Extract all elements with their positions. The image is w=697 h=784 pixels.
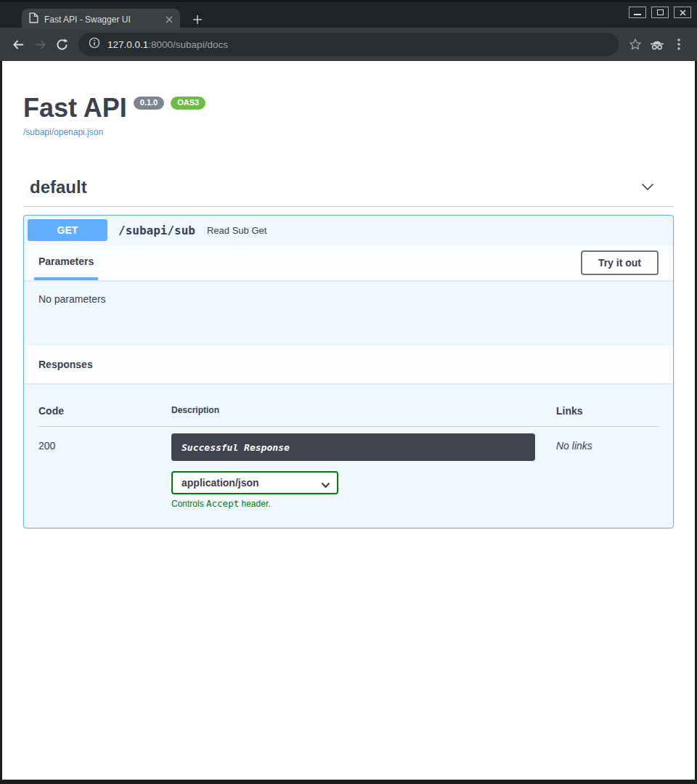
browser-toolbar: 127.0.0.1:8000/subapi/docs [0, 28, 697, 61]
version-badge: 0.1.0 [134, 97, 164, 110]
incognito-icon [646, 33, 668, 55]
back-icon[interactable] [7, 33, 29, 55]
oas3-badge: OAS3 [171, 97, 205, 110]
column-description: Description [171, 405, 556, 417]
response-description-cell: Successful Response application/json [171, 433, 556, 509]
forward-icon[interactable] [29, 33, 51, 55]
tab-title: Fast API - Swagger UI [44, 15, 166, 25]
response-links: No links [556, 433, 659, 452]
openapi-spec-link[interactable]: /subapi/openapi.json [23, 127, 103, 137]
browser-window: Fast API - Swagger UI [0, 0, 697, 784]
parameters-body: No parameters [24, 280, 673, 346]
responses-header: Responses [24, 346, 673, 383]
media-type-select[interactable]: application/json [171, 471, 338, 494]
page-title: Fast API [23, 94, 127, 122]
page-content: Fast API 0.1.0 OAS3 /subapi/openapi.json… [2, 61, 695, 780]
browser-tab[interactable]: Fast API - Swagger UI [22, 9, 180, 30]
browser-titlebar: Fast API - Swagger UI [0, 0, 697, 28]
site-info-icon[interactable] [89, 37, 100, 52]
operation-summary-text: Read Sub Get [207, 225, 266, 236]
column-code: Code [38, 405, 171, 417]
responses-table-header: Code Description Links [38, 405, 659, 427]
accept-code: Accept [206, 498, 239, 509]
window-controls [629, 7, 691, 18]
reload-icon[interactable] [51, 33, 73, 55]
method-get-button[interactable]: GET [28, 219, 107, 241]
tag-section-header[interactable]: default [23, 177, 674, 207]
media-type-select-wrap: application/json [171, 471, 338, 494]
page-favicon-icon [29, 12, 38, 26]
api-title-row: Fast API 0.1.0 OAS3 [23, 94, 674, 122]
tab-close-icon[interactable] [166, 16, 173, 23]
accept-header-note: Controls Accept header. [171, 498, 556, 509]
operation-block-get: GET /subapi/sub Read Sub Get Parameters … [23, 215, 674, 528]
responses-body: Code Description Links 200 Successful Re… [24, 383, 673, 528]
response-description-box: Successful Response [171, 433, 535, 461]
tag-name: default [30, 177, 87, 197]
collapse-chevron-icon[interactable] [641, 181, 654, 194]
minimize-button[interactable] [629, 7, 646, 18]
no-parameters-message: No parameters [38, 293, 106, 305]
response-code: 200 [38, 433, 171, 452]
url-text: 127.0.0.1:8000/subapi/docs [107, 39, 228, 50]
response-row-200: 200 Successful Response application/json [38, 427, 659, 509]
url-path: :8000/subapi/docs [148, 39, 228, 50]
parameters-header: Parameters Try it out [24, 245, 673, 280]
menu-kebab-icon[interactable] [668, 33, 690, 55]
url-host: 127.0.0.1 [107, 39, 148, 50]
swagger-ui: Fast API 0.1.0 OAS3 /subapi/openapi.json… [2, 61, 695, 528]
operation-summary[interactable]: GET /subapi/sub Read Sub Get [24, 216, 673, 245]
response-description-text: Successful Response [182, 442, 290, 453]
try-it-out-button[interactable]: Try it out [581, 250, 659, 275]
media-type-section: application/json Controls Accept header. [171, 471, 556, 509]
maximize-button[interactable] [651, 7, 669, 18]
responses-title: Responses [38, 359, 93, 370]
column-links: Links [556, 405, 659, 417]
close-button[interactable] [674, 7, 691, 18]
new-tab-icon[interactable] [190, 12, 205, 27]
operation-path: /subapi/sub [118, 224, 195, 237]
bookmark-star-icon[interactable] [624, 33, 646, 55]
address-bar[interactable]: 127.0.0.1:8000/subapi/docs [78, 33, 619, 56]
tab-parameters[interactable]: Parameters [34, 245, 98, 280]
